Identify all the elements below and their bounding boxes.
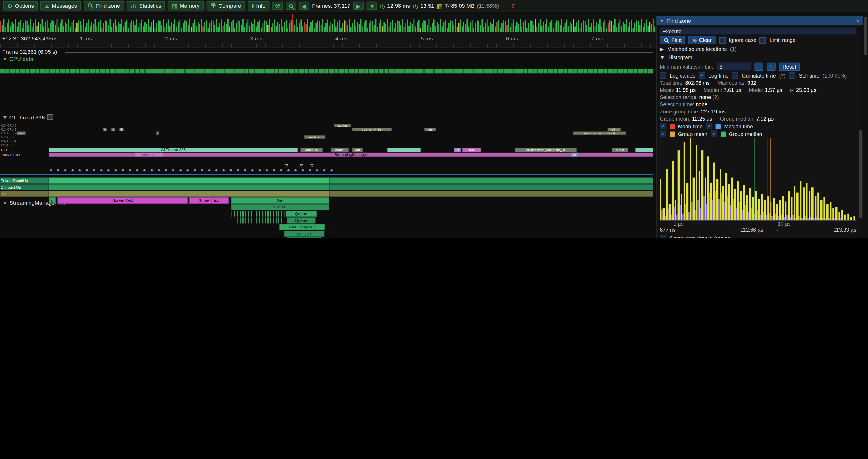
frame-bar[interactable] bbox=[251, 22, 252, 32]
frame-bar[interactable] bbox=[88, 19, 89, 32]
frame-bar[interactable] bbox=[375, 19, 377, 32]
frame-bar[interactable] bbox=[45, 22, 46, 32]
frame-bar[interactable] bbox=[503, 21, 504, 32]
message-dot[interactable] bbox=[50, 169, 52, 172]
frame-bar[interactable] bbox=[204, 22, 205, 32]
frame-bar[interactable] bbox=[285, 20, 287, 32]
frame-bar[interactable] bbox=[438, 24, 439, 32]
frame-bar[interactable] bbox=[95, 19, 96, 32]
frame-bar[interactable] bbox=[306, 24, 307, 32]
frame-bar[interactable] bbox=[508, 19, 509, 32]
timeline-zone[interactable]: Queue bbox=[287, 217, 315, 223]
timeline-zone[interactable]: call bbox=[0, 191, 49, 197]
frame-bar[interactable] bbox=[100, 20, 101, 32]
timeline-zone[interactable]: audioserver (AudioOut_D) bbox=[515, 148, 577, 152]
frame-bar[interactable] bbox=[179, 20, 180, 32]
frame-bar[interactable] bbox=[330, 22, 332, 32]
frame-bar[interactable] bbox=[25, 21, 26, 32]
frame-bar[interactable] bbox=[81, 25, 83, 32]
timeline-ruler[interactable]: +12:31 362,643,435ns 1 ms2 ms3 ms4 ms5 m… bbox=[0, 32, 656, 48]
frame-bar[interactable] bbox=[648, 26, 649, 32]
frame-bar[interactable] bbox=[149, 26, 151, 32]
frame-bar[interactable] bbox=[636, 21, 637, 32]
frame-bar[interactable] bbox=[611, 21, 612, 32]
frame-bar[interactable] bbox=[530, 21, 531, 32]
frame-bar[interactable] bbox=[50, 23, 51, 32]
frame-bar[interactable] bbox=[103, 23, 104, 32]
message-dot[interactable] bbox=[194, 169, 196, 172]
frame-bar[interactable] bbox=[224, 22, 225, 32]
frame-bar[interactable] bbox=[279, 24, 280, 32]
legend-item[interactable]: Mean time bbox=[660, 123, 703, 129]
message-dot[interactable] bbox=[143, 169, 146, 172]
frame-bar[interactable] bbox=[296, 19, 297, 32]
frame-bar[interactable] bbox=[174, 19, 176, 32]
timeline-zone[interactable]: mi_t bbox=[608, 128, 621, 131]
timeline-zone[interactable]: Queue bbox=[285, 211, 316, 217]
histogram-toggle[interactable]: ▼Histogram bbox=[660, 54, 856, 61]
timeline-zone[interactable]: OnTouchUp bbox=[0, 184, 49, 190]
frame-bar[interactable] bbox=[493, 19, 494, 32]
frame-bar[interactable] bbox=[432, 23, 433, 32]
frame-bar[interactable] bbox=[194, 19, 195, 32]
frame-bar[interactable] bbox=[555, 23, 556, 32]
timeline-zone[interactable]: PrivateTouchUp bbox=[0, 178, 49, 184]
frame-bar[interactable] bbox=[360, 19, 361, 32]
limit-range-checkbox[interactable] bbox=[760, 37, 766, 43]
frame-bar[interactable] bbox=[639, 25, 641, 32]
frame-bar[interactable] bbox=[394, 28, 395, 32]
frame-bar[interactable] bbox=[57, 19, 58, 32]
frame-bar[interactable] bbox=[387, 19, 388, 32]
frame-bar[interactable] bbox=[472, 20, 473, 32]
frame-bar[interactable] bbox=[209, 23, 210, 32]
frame-bar[interactable] bbox=[604, 20, 606, 32]
frame-bar[interactable] bbox=[538, 23, 539, 32]
ignore-case-checkbox[interactable] bbox=[719, 37, 725, 43]
frame-bar[interactable] bbox=[533, 25, 534, 32]
frame-bar[interactable] bbox=[420, 28, 421, 32]
frame-bar[interactable] bbox=[23, 23, 24, 32]
message-dot[interactable] bbox=[223, 169, 225, 172]
frame-bar[interactable] bbox=[364, 22, 365, 32]
message-dot[interactable] bbox=[208, 169, 211, 172]
log-values-checkbox[interactable] bbox=[660, 72, 666, 79]
timeline-scrollbar[interactable] bbox=[863, 14, 868, 238]
frame-bar[interactable] bbox=[0, 21, 1, 32]
frame-bar[interactable] bbox=[129, 23, 131, 32]
frame-bar[interactable] bbox=[17, 26, 18, 32]
frame-bar[interactable] bbox=[380, 19, 381, 32]
frame-bar[interactable] bbox=[247, 19, 248, 32]
frame-bar[interactable] bbox=[199, 24, 200, 32]
frame-bar[interactable] bbox=[412, 24, 413, 32]
message-dot[interactable] bbox=[330, 169, 333, 172]
frame-bar[interactable] bbox=[120, 24, 121, 32]
frame-bar[interactable] bbox=[435, 26, 436, 32]
frame-bar[interactable] bbox=[108, 25, 109, 32]
frame-bar[interactable] bbox=[214, 25, 215, 32]
find-zone-button[interactable]: Find zone bbox=[84, 1, 124, 11]
frame-bar[interactable] bbox=[101, 28, 102, 32]
frame-bar[interactable] bbox=[445, 20, 446, 32]
frame-bar[interactable] bbox=[565, 23, 566, 32]
frame-bar[interactable] bbox=[623, 22, 624, 32]
frame-bar[interactable] bbox=[566, 19, 567, 32]
tools-button[interactable]: ⚒ bbox=[272, 2, 283, 10]
frame-bar[interactable] bbox=[115, 19, 116, 32]
frame-bar[interactable] bbox=[299, 23, 300, 32]
timeline-zone[interactable] bbox=[49, 178, 330, 184]
frame-bar[interactable] bbox=[173, 24, 174, 32]
collapse-icon[interactable]: ▼ bbox=[660, 18, 664, 23]
frame-bar[interactable] bbox=[188, 25, 189, 32]
clear-button[interactable]: ⊗Clear bbox=[689, 36, 715, 44]
frame-bar[interactable] bbox=[143, 26, 144, 32]
frame-bar[interactable] bbox=[457, 27, 458, 32]
frame-bar[interactable] bbox=[5, 27, 6, 32]
frame-bar[interactable] bbox=[501, 23, 503, 32]
increment-button[interactable]: + bbox=[766, 62, 775, 71]
timeline-zone[interactable]: cds bbox=[424, 128, 436, 131]
frame-bar[interactable] bbox=[166, 23, 167, 32]
frame-bar[interactable] bbox=[531, 21, 532, 32]
frame-bar[interactable] bbox=[618, 23, 619, 32]
frame-bar[interactable] bbox=[317, 21, 318, 32]
frame-bar[interactable] bbox=[455, 19, 456, 32]
